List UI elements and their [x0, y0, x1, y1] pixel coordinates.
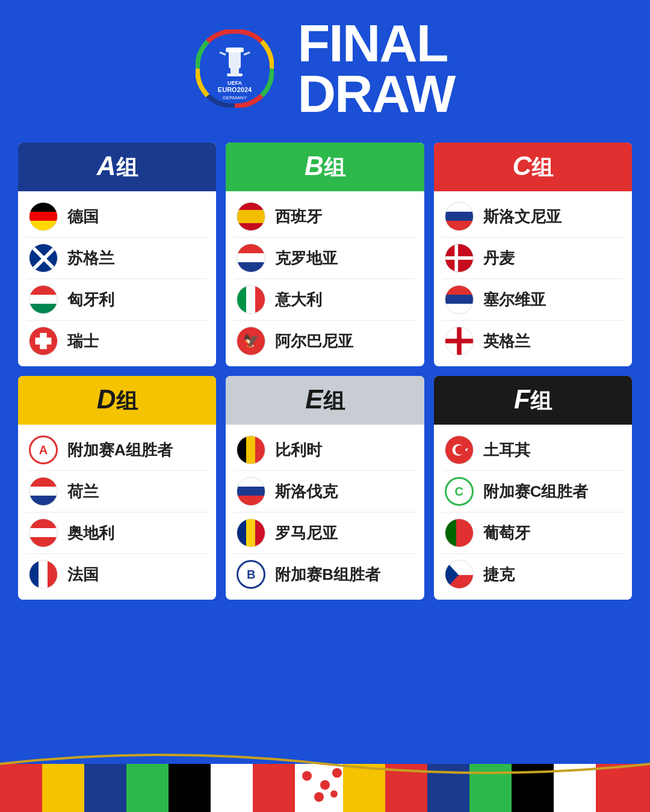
flag-switzerland	[29, 327, 58, 355]
group-f-card: F组 土耳其 C 附加赛C组胜者 葡萄牙	[434, 376, 632, 600]
team-czech: 捷克	[442, 554, 624, 595]
flag-slovenia	[445, 202, 474, 231]
group-d-teams: A 附加赛A组胜者 荷兰 奥地利 法国	[18, 425, 216, 600]
flag-belgium	[237, 435, 265, 464]
group-e-header: E组	[226, 376, 424, 425]
svg-text:GERMANY: GERMANY	[222, 95, 247, 100]
group-b-header: B组	[226, 143, 424, 191]
team-slovakia: 斯洛伐克	[234, 471, 415, 512]
flag-italy	[237, 285, 265, 314]
svg-rect-42	[469, 764, 512, 812]
team-croatia: 克罗地亚	[234, 238, 415, 279]
badge-b: B	[237, 560, 265, 589]
bottom-banner	[0, 740, 650, 812]
group-e-card: E组 比利时 斯洛伐克 罗马尼亚 B 附加赛B组胜者	[226, 376, 424, 600]
svg-rect-45	[596, 764, 650, 812]
team-romania: 罗马尼亚	[234, 512, 415, 554]
team-austria: 奥地利	[26, 512, 208, 554]
team-hungary: 匈牙利	[26, 279, 208, 321]
flag-france	[29, 560, 58, 589]
svg-rect-26	[0, 764, 42, 812]
svg-text:UEFA: UEFA	[228, 80, 243, 86]
header: UEFA EURO2024 GERMANY FINAL DRAW	[0, 0, 650, 131]
team-spain: 西班牙	[234, 196, 415, 238]
flag-spain	[237, 202, 265, 231]
flag-denmark	[445, 244, 474, 272]
team-portugal: 葡萄牙	[442, 512, 624, 554]
svg-point-20	[455, 446, 464, 455]
flag-slovakia	[237, 477, 265, 506]
team-germany: 德国	[26, 196, 208, 238]
group-f-teams: 土耳其 C 附加赛C组胜者 葡萄牙 捷克	[434, 425, 632, 600]
flag-germany	[29, 202, 58, 231]
flag-serbia	[445, 285, 474, 314]
group-b-card: B组 西班牙 克罗地亚 意大利 🦅	[226, 143, 424, 366]
svg-point-36	[332, 768, 342, 778]
svg-rect-31	[211, 764, 253, 812]
team-france: 法国	[26, 554, 208, 595]
team-netherlands: 荷兰	[26, 471, 208, 512]
team-belgium: 比利时	[234, 429, 415, 471]
group-d-header: D组	[18, 376, 216, 425]
final-draw-title: FINAL DRAW	[298, 18, 455, 118]
team-slovenia: 斯洛文尼亚	[442, 196, 624, 238]
group-d-card: D组 A 附加赛A组胜者 荷兰 奥地利 法国	[18, 376, 216, 600]
svg-text:EURO2024: EURO2024	[217, 86, 252, 93]
svg-rect-18	[445, 339, 473, 343]
team-playoff-c: C 附加赛C组胜者	[442, 471, 624, 512]
svg-rect-29	[126, 764, 169, 812]
team-scotland: 苏格兰	[26, 238, 208, 279]
svg-rect-32	[253, 764, 295, 812]
team-denmark: 丹麦	[442, 238, 624, 279]
flag-scotland	[29, 244, 58, 272]
flag-austria	[29, 518, 58, 547]
svg-rect-2	[226, 48, 244, 52]
group-f-header: F组	[434, 376, 632, 425]
flag-turkey	[445, 435, 474, 464]
svg-rect-6	[227, 73, 243, 76]
team-turkey: 土耳其	[442, 429, 624, 471]
group-c-header: C组	[434, 143, 632, 191]
flag-hungary	[29, 285, 58, 314]
team-italy: 意大利	[234, 279, 415, 321]
group-a-header: A组	[18, 143, 216, 191]
svg-rect-13	[36, 337, 52, 345]
group-e-teams: 比利时 斯洛伐克 罗马尼亚 B 附加赛B组胜者	[226, 425, 424, 600]
svg-rect-30	[169, 764, 211, 812]
flag-czech	[445, 560, 474, 589]
flag-croatia	[237, 244, 265, 272]
team-playoff-b: B 附加赛B组胜者	[234, 554, 415, 595]
flag-portugal	[445, 518, 474, 547]
svg-rect-39	[343, 764, 385, 812]
flag-albania: 🦅	[237, 327, 265, 355]
svg-rect-16	[445, 256, 473, 260]
group-c-teams: 斯洛文尼亚 丹麦 塞尔维亚	[434, 191, 632, 366]
svg-rect-28	[84, 764, 126, 812]
flag-netherlands	[29, 477, 58, 506]
svg-rect-5	[231, 69, 239, 73]
svg-rect-27	[42, 764, 84, 812]
svg-point-35	[320, 780, 330, 790]
team-playoff-a: A 附加赛A组胜者	[26, 429, 208, 471]
group-a-teams: 德国 苏格兰 匈牙利	[18, 191, 216, 366]
svg-point-37	[314, 792, 324, 802]
team-serbia: 塞尔维亚	[442, 279, 624, 321]
svg-point-38	[330, 790, 338, 798]
flag-romania	[237, 518, 265, 547]
team-switzerland: 瑞士	[26, 321, 208, 361]
group-b-teams: 西班牙 克罗地亚 意大利 🦅 阿尔巴尼亚	[226, 191, 424, 366]
logo-area: UEFA EURO2024 GERMANY	[196, 29, 274, 108]
team-england: 英格兰	[442, 321, 624, 361]
flag-england	[445, 327, 474, 355]
groups-container: A组 德国 苏格兰 匈牙利	[0, 137, 650, 606]
svg-text:🦅: 🦅	[243, 333, 260, 349]
svg-point-34	[302, 771, 312, 781]
euro-logo: UEFA EURO2024 GERMANY	[196, 29, 274, 108]
badge-c: C	[445, 477, 474, 506]
team-albania: 🦅 阿尔巴尼亚	[234, 321, 415, 361]
group-a-card: A组 德国 苏格兰 匈牙利	[18, 143, 216, 366]
group-c-card: C组 斯洛文尼亚 丹麦 塞尔维亚	[434, 143, 632, 366]
badge-a: A	[29, 435, 58, 464]
